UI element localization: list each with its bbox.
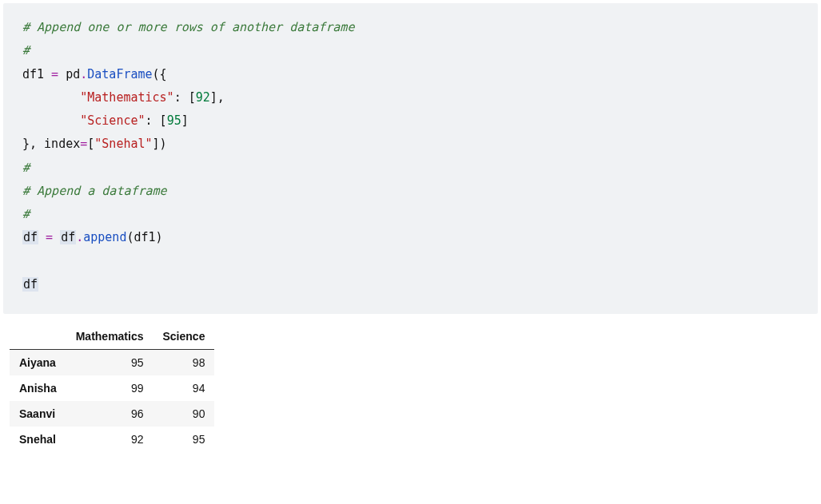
code-indent	[22, 90, 80, 105]
code-op: =	[80, 137, 87, 151]
code-bracket: [	[87, 137, 94, 151]
table-col-science: Science	[153, 323, 215, 350]
code-comma: ,	[30, 137, 44, 151]
code-comment: # Append one or more rows of another dat…	[22, 20, 354, 34]
table-rowhead: Snehal	[10, 427, 66, 452]
table-cell: 95	[66, 350, 153, 376]
code-cell: # Append one or more rows of another dat…	[3, 3, 818, 314]
code-bracket: ]	[210, 90, 217, 105]
code-comment: #	[22, 207, 30, 221]
table-cell: 98	[153, 350, 215, 376]
table-row: Aiyana 95 98	[10, 350, 214, 376]
code-bracket: )	[160, 137, 167, 151]
code-var: df1	[134, 230, 155, 244]
table-corner-cell	[10, 323, 66, 350]
code-comment: #	[22, 43, 30, 58]
table-col-mathematics: Mathematics	[66, 323, 153, 350]
code-bracket: {	[160, 67, 167, 81]
code-comment: #	[22, 161, 30, 175]
table-cell: 94	[153, 375, 215, 401]
table-row: Saanvi 96 90	[10, 401, 214, 427]
code-var: df	[60, 230, 76, 244]
code-number: 95	[167, 113, 181, 128]
code-string: "Mathematics"	[80, 90, 173, 105]
code-bracket: [	[160, 113, 167, 128]
code-colon: :	[174, 90, 189, 105]
table-rowhead: Aiyana	[10, 350, 66, 376]
code-var: df	[22, 277, 38, 292]
code-var: df1	[22, 67, 44, 81]
code-op: =	[44, 67, 66, 81]
table-cell: 95	[153, 427, 215, 452]
code-indent	[22, 113, 80, 128]
code-op: =	[38, 230, 60, 244]
code-bracket: [	[189, 90, 196, 105]
table-header-row: Mathematics Science	[10, 323, 214, 350]
code-bracket: (	[153, 67, 160, 81]
code-var: df	[22, 230, 38, 244]
table-cell: 99	[66, 375, 153, 401]
code-colon: :	[145, 113, 160, 128]
code-bracket: ]	[153, 137, 160, 151]
table-cell: 90	[153, 401, 215, 427]
table-row: Snehal 92 95	[10, 427, 214, 452]
output-dataframe-table: Mathematics Science Aiyana 95 98 Anisha …	[10, 323, 214, 452]
code-func: DataFrame	[87, 67, 152, 81]
code-comma: ,	[217, 90, 225, 105]
code-bracket: ]	[181, 113, 189, 128]
table-row: Anisha 99 94	[10, 375, 214, 401]
code-string: "Science"	[80, 113, 145, 128]
code-op: .	[80, 67, 87, 81]
code-string: "Snehal"	[94, 137, 152, 151]
table-rowhead: Anisha	[10, 375, 66, 401]
code-number: 92	[196, 90, 210, 105]
code-comment: # Append a dataframe	[22, 184, 167, 198]
table-cell: 92	[66, 427, 153, 452]
code-obj: pd	[66, 67, 80, 81]
table-rowhead: Saanvi	[10, 401, 66, 427]
code-kwarg: index	[44, 137, 80, 151]
code-op: .	[76, 230, 83, 244]
code-bracket: )	[156, 230, 163, 244]
code-func: append	[83, 230, 126, 244]
code-bracket: }	[22, 137, 30, 151]
table-cell: 96	[66, 401, 153, 427]
